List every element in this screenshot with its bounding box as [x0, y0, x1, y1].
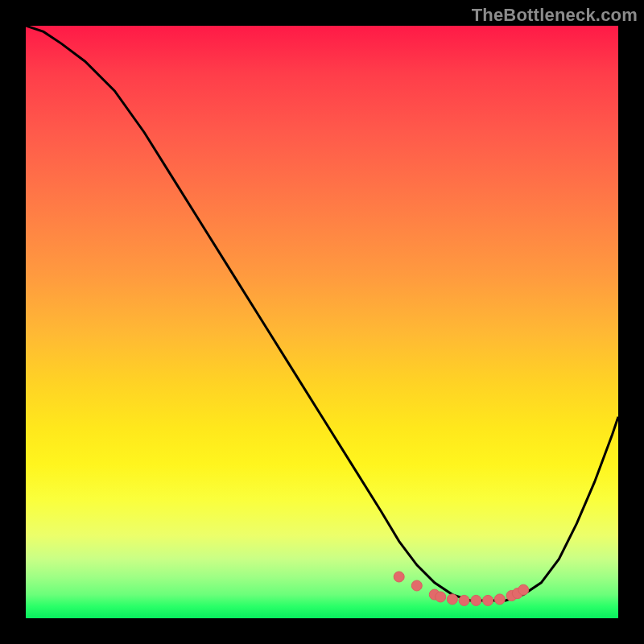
highlight-dot [436, 592, 446, 602]
plot-area [26, 26, 618, 618]
watermark-text: TheBottleneck.com [472, 5, 638, 26]
chart-frame: TheBottleneck.com [0, 0, 644, 644]
highlight-dot [471, 595, 481, 605]
highlight-dot [459, 595, 469, 605]
highlight-dot [483, 595, 493, 605]
highlight-dot [447, 594, 457, 605]
highlight-dot [494, 594, 505, 605]
highlight-dot [411, 580, 422, 591]
curve-line [26, 26, 618, 601]
bottleneck-curve [26, 26, 618, 618]
highlight-dot [518, 584, 529, 595]
highlight-dot [394, 572, 404, 582]
